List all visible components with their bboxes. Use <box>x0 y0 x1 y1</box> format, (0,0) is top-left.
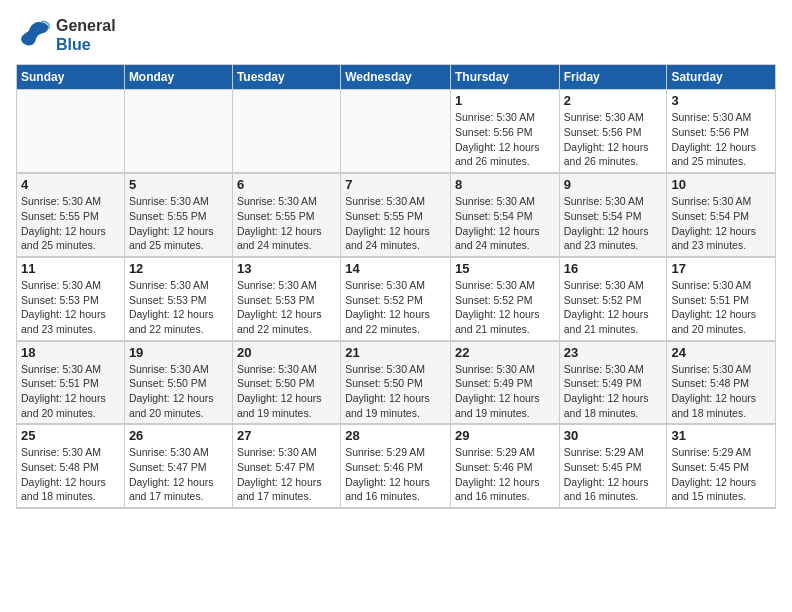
day-number: 17 <box>671 261 771 276</box>
day-number: 8 <box>455 177 555 192</box>
calendar-cell: 16Sunrise: 5:30 AM Sunset: 5:52 PM Dayli… <box>559 257 667 341</box>
day-info: Sunrise: 5:30 AM Sunset: 5:52 PM Dayligh… <box>455 278 555 337</box>
day-info: Sunrise: 5:30 AM Sunset: 5:53 PM Dayligh… <box>129 278 228 337</box>
calendar-cell: 4Sunrise: 5:30 AM Sunset: 5:55 PM Daylig… <box>17 173 125 257</box>
day-number: 20 <box>237 345 336 360</box>
col-header-friday: Friday <box>559 65 667 90</box>
calendar-cell <box>341 90 451 173</box>
day-info: Sunrise: 5:30 AM Sunset: 5:49 PM Dayligh… <box>564 362 663 421</box>
day-info: Sunrise: 5:30 AM Sunset: 5:49 PM Dayligh… <box>455 362 555 421</box>
calendar-cell: 7Sunrise: 5:30 AM Sunset: 5:55 PM Daylig… <box>341 173 451 257</box>
col-header-saturday: Saturday <box>667 65 776 90</box>
calendar-cell: 6Sunrise: 5:30 AM Sunset: 5:55 PM Daylig… <box>232 173 340 257</box>
day-info: Sunrise: 5:30 AM Sunset: 5:52 PM Dayligh… <box>564 278 663 337</box>
calendar-cell: 14Sunrise: 5:30 AM Sunset: 5:52 PM Dayli… <box>341 257 451 341</box>
day-info: Sunrise: 5:30 AM Sunset: 5:54 PM Dayligh… <box>455 194 555 253</box>
calendar-cell: 18Sunrise: 5:30 AM Sunset: 5:51 PM Dayli… <box>17 341 125 425</box>
calendar-cell: 19Sunrise: 5:30 AM Sunset: 5:50 PM Dayli… <box>124 341 232 425</box>
day-number: 18 <box>21 345 120 360</box>
day-number: 29 <box>455 428 555 443</box>
calendar-cell: 25Sunrise: 5:30 AM Sunset: 5:48 PM Dayli… <box>17 424 125 508</box>
col-header-thursday: Thursday <box>450 65 559 90</box>
calendar-cell: 10Sunrise: 5:30 AM Sunset: 5:54 PM Dayli… <box>667 173 776 257</box>
day-info: Sunrise: 5:30 AM Sunset: 5:52 PM Dayligh… <box>345 278 446 337</box>
day-number: 25 <box>21 428 120 443</box>
calendar-week-1: 1Sunrise: 5:30 AM Sunset: 5:56 PM Daylig… <box>17 90 776 173</box>
day-info: Sunrise: 5:30 AM Sunset: 5:50 PM Dayligh… <box>345 362 446 421</box>
day-number: 30 <box>564 428 663 443</box>
day-info: Sunrise: 5:30 AM Sunset: 5:48 PM Dayligh… <box>671 362 771 421</box>
calendar-cell <box>232 90 340 173</box>
day-info: Sunrise: 5:30 AM Sunset: 5:53 PM Dayligh… <box>21 278 120 337</box>
calendar-header-row: SundayMondayTuesdayWednesdayThursdayFrid… <box>17 65 776 90</box>
calendar-cell: 12Sunrise: 5:30 AM Sunset: 5:53 PM Dayli… <box>124 257 232 341</box>
day-info: Sunrise: 5:30 AM Sunset: 5:48 PM Dayligh… <box>21 445 120 504</box>
day-info: Sunrise: 5:30 AM Sunset: 5:50 PM Dayligh… <box>129 362 228 421</box>
day-info: Sunrise: 5:30 AM Sunset: 5:50 PM Dayligh… <box>237 362 336 421</box>
logo-icon <box>16 20 52 50</box>
calendar-week-2: 4Sunrise: 5:30 AM Sunset: 5:55 PM Daylig… <box>17 173 776 257</box>
calendar-cell: 9Sunrise: 5:30 AM Sunset: 5:54 PM Daylig… <box>559 173 667 257</box>
calendar-cell: 23Sunrise: 5:30 AM Sunset: 5:49 PM Dayli… <box>559 341 667 425</box>
col-header-monday: Monday <box>124 65 232 90</box>
calendar-week-5: 25Sunrise: 5:30 AM Sunset: 5:48 PM Dayli… <box>17 424 776 508</box>
calendar-cell: 22Sunrise: 5:30 AM Sunset: 5:49 PM Dayli… <box>450 341 559 425</box>
day-info: Sunrise: 5:30 AM Sunset: 5:55 PM Dayligh… <box>21 194 120 253</box>
page-header: General Blue <box>16 16 776 54</box>
day-number: 16 <box>564 261 663 276</box>
day-info: Sunrise: 5:29 AM Sunset: 5:45 PM Dayligh… <box>564 445 663 504</box>
day-number: 27 <box>237 428 336 443</box>
day-number: 13 <box>237 261 336 276</box>
day-number: 4 <box>21 177 120 192</box>
calendar-cell: 24Sunrise: 5:30 AM Sunset: 5:48 PM Dayli… <box>667 341 776 425</box>
day-number: 10 <box>671 177 771 192</box>
day-number: 9 <box>564 177 663 192</box>
calendar-cell <box>124 90 232 173</box>
calendar-cell: 17Sunrise: 5:30 AM Sunset: 5:51 PM Dayli… <box>667 257 776 341</box>
day-info: Sunrise: 5:30 AM Sunset: 5:56 PM Dayligh… <box>564 110 663 169</box>
calendar-cell: 29Sunrise: 5:29 AM Sunset: 5:46 PM Dayli… <box>450 424 559 508</box>
day-info: Sunrise: 5:30 AM Sunset: 5:53 PM Dayligh… <box>237 278 336 337</box>
day-number: 15 <box>455 261 555 276</box>
calendar-cell: 27Sunrise: 5:30 AM Sunset: 5:47 PM Dayli… <box>232 424 340 508</box>
calendar-cell: 21Sunrise: 5:30 AM Sunset: 5:50 PM Dayli… <box>341 341 451 425</box>
calendar-cell: 11Sunrise: 5:30 AM Sunset: 5:53 PM Dayli… <box>17 257 125 341</box>
day-number: 7 <box>345 177 446 192</box>
calendar-cell: 5Sunrise: 5:30 AM Sunset: 5:55 PM Daylig… <box>124 173 232 257</box>
col-header-tuesday: Tuesday <box>232 65 340 90</box>
day-info: Sunrise: 5:30 AM Sunset: 5:56 PM Dayligh… <box>455 110 555 169</box>
day-info: Sunrise: 5:30 AM Sunset: 5:54 PM Dayligh… <box>671 194 771 253</box>
day-info: Sunrise: 5:30 AM Sunset: 5:51 PM Dayligh… <box>21 362 120 421</box>
day-info: Sunrise: 5:30 AM Sunset: 5:47 PM Dayligh… <box>129 445 228 504</box>
day-number: 5 <box>129 177 228 192</box>
day-number: 19 <box>129 345 228 360</box>
calendar-cell: 31Sunrise: 5:29 AM Sunset: 5:45 PM Dayli… <box>667 424 776 508</box>
day-number: 12 <box>129 261 228 276</box>
day-number: 23 <box>564 345 663 360</box>
day-info: Sunrise: 5:30 AM Sunset: 5:56 PM Dayligh… <box>671 110 771 169</box>
day-info: Sunrise: 5:30 AM Sunset: 5:55 PM Dayligh… <box>345 194 446 253</box>
day-number: 1 <box>455 93 555 108</box>
calendar-week-4: 18Sunrise: 5:30 AM Sunset: 5:51 PM Dayli… <box>17 341 776 425</box>
calendar-cell: 13Sunrise: 5:30 AM Sunset: 5:53 PM Dayli… <box>232 257 340 341</box>
day-info: Sunrise: 5:29 AM Sunset: 5:46 PM Dayligh… <box>455 445 555 504</box>
calendar-cell: 30Sunrise: 5:29 AM Sunset: 5:45 PM Dayli… <box>559 424 667 508</box>
day-number: 22 <box>455 345 555 360</box>
day-number: 24 <box>671 345 771 360</box>
calendar-cell <box>17 90 125 173</box>
calendar-cell: 26Sunrise: 5:30 AM Sunset: 5:47 PM Dayli… <box>124 424 232 508</box>
day-number: 26 <box>129 428 228 443</box>
day-number: 3 <box>671 93 771 108</box>
calendar-cell: 1Sunrise: 5:30 AM Sunset: 5:56 PM Daylig… <box>450 90 559 173</box>
day-info: Sunrise: 5:30 AM Sunset: 5:55 PM Dayligh… <box>237 194 336 253</box>
calendar-cell: 8Sunrise: 5:30 AM Sunset: 5:54 PM Daylig… <box>450 173 559 257</box>
day-info: Sunrise: 5:30 AM Sunset: 5:47 PM Dayligh… <box>237 445 336 504</box>
day-number: 28 <box>345 428 446 443</box>
calendar-cell: 3Sunrise: 5:30 AM Sunset: 5:56 PM Daylig… <box>667 90 776 173</box>
col-header-sunday: Sunday <box>17 65 125 90</box>
day-number: 2 <box>564 93 663 108</box>
day-info: Sunrise: 5:30 AM Sunset: 5:54 PM Dayligh… <box>564 194 663 253</box>
day-info: Sunrise: 5:30 AM Sunset: 5:51 PM Dayligh… <box>671 278 771 337</box>
day-info: Sunrise: 5:29 AM Sunset: 5:45 PM Dayligh… <box>671 445 771 504</box>
day-number: 6 <box>237 177 336 192</box>
